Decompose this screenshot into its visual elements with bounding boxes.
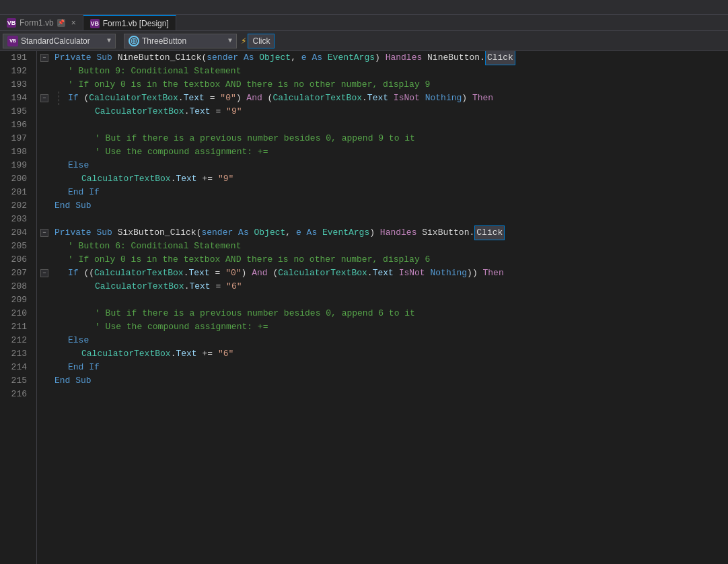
collapse-208	[37, 280, 52, 293]
method-dropdown[interactable]: ThreeButton ▼	[124, 34, 237, 48]
tab-label-design: Form1.vb [Design]	[103, 19, 169, 28]
code-text-200: CalculatorTextBox.Text += "9"	[52, 172, 233, 186]
code-line-193: ' If only 0 is in the textbox AND there …	[37, 78, 728, 92]
class-dropdown[interactable]: VB StandardCalculator ▼	[3, 34, 116, 48]
collapse-193	[37, 78, 52, 92]
code-text-216	[52, 388, 60, 401]
collapse-206	[37, 253, 52, 267]
line-194: 194	[0, 92, 31, 105]
code-area: 191 192 193 194 195 196 197 198 199 200 …	[0, 51, 728, 564]
code-text-211: ' Use the compound assignment: +=	[52, 320, 268, 334]
line-199: 199	[0, 159, 31, 172]
code-text-203	[52, 213, 60, 226]
line-206: 206	[0, 253, 31, 267]
code-content: − Private Sub NineButton_Click(sender As…	[37, 51, 728, 564]
code-text-196	[52, 118, 60, 132]
tab-form1-vb[interactable]: VB Form1.vb 📌 ×	[0, 15, 83, 30]
line-215: 215	[0, 374, 31, 388]
code-text-197: ' But if there is a previous number besi…	[52, 132, 415, 145]
code-line-215: End Sub	[37, 374, 728, 388]
line-209: 209	[0, 293, 31, 307]
code-line-205: ' Button 6: Conditional Statement	[37, 240, 728, 253]
line-212: 212	[0, 334, 31, 347]
code-line-213: CalculatorTextBox.Text += "6"	[37, 347, 728, 361]
collapse-195	[37, 105, 52, 118]
collapse-204[interactable]: −	[37, 226, 52, 240]
collapse-216	[37, 388, 52, 401]
class-dropdown-text: StandardCalculator	[21, 36, 102, 46]
code-line-200: CalculatorTextBox.Text += "9"	[37, 172, 728, 186]
tab-close-form1[interactable]: ×	[71, 18, 76, 28]
line-202: 202	[0, 199, 31, 213]
code-line-195: CalculatorTextBox.Text = "9"	[37, 105, 728, 118]
line-numbers: 191 192 193 194 195 196 197 198 199 200 …	[0, 51, 37, 564]
code-line-214: End If	[37, 361, 728, 374]
tab-label-form1: Form1.vb	[20, 18, 54, 28]
code-line-199: Else	[37, 159, 728, 172]
collapse-197	[37, 132, 52, 145]
code-text-205: ' Button 6: Conditional Statement	[52, 240, 241, 253]
collapse-215	[37, 374, 52, 388]
tab-vb-icon-design: VB	[90, 19, 100, 28]
code-line-198: ' Use the compound assignment: +=	[37, 145, 728, 159]
code-text-202: End Sub	[52, 199, 92, 213]
tab-vb-icon: VB	[7, 18, 16, 28]
collapse-btn-191: −	[40, 54, 48, 62]
line-210: 210	[0, 307, 31, 320]
code-text-204: Private Sub SixButton_Click(sender As Ob…	[52, 226, 505, 240]
code-text-210: ' But if there is a previous number besi…	[52, 307, 415, 320]
code-line-209	[37, 293, 728, 307]
collapse-202	[37, 199, 52, 213]
collapse-205	[37, 240, 52, 253]
code-line-208: CalculatorTextBox.Text = "6"	[37, 280, 728, 293]
tab-bar: VB Form1.vb 📌 × VB Form1.vb [Design]	[0, 15, 728, 31]
code-text-201: End If	[52, 186, 100, 199]
line-213: 213	[0, 347, 31, 361]
collapse-200	[37, 172, 52, 186]
lightning-icon: ⚡	[241, 35, 246, 46]
line-195: 195	[0, 105, 31, 118]
tab-pin-icon: 📌	[57, 19, 65, 27]
line-200: 200	[0, 172, 31, 186]
collapse-194[interactable]: −	[37, 92, 52, 105]
tab-form1-design[interactable]: VB Form1.vb [Design]	[83, 15, 176, 30]
code-line-210: ' But if there is a previous number besi…	[37, 307, 728, 320]
line-196: 196	[0, 118, 31, 132]
code-line-211: ' Use the compound assignment: +=	[37, 320, 728, 334]
line-214: 214	[0, 361, 31, 374]
method-dropdown-arrow: ▼	[228, 37, 232, 44]
title-bar	[0, 0, 728, 15]
collapse-214	[37, 361, 52, 374]
collapse-btn-194: −	[40, 94, 48, 102]
code-text-213: CalculatorTextBox.Text += "6"	[52, 347, 233, 361]
code-line-203	[37, 213, 728, 226]
code-text-193: ' If only 0 is in the textbox AND there …	[52, 78, 430, 92]
collapse-207[interactable]: −	[37, 267, 52, 280]
line-201: 201	[0, 186, 31, 199]
code-line-197: ' But if there is a previous number besi…	[37, 132, 728, 145]
line-207: 207	[0, 267, 31, 280]
line-197: 197	[0, 132, 31, 145]
code-text-194: If (CalculatorTextBox.Text = "0") And (C…	[52, 92, 493, 105]
line-211: 211	[0, 320, 31, 334]
collapse-192	[37, 65, 52, 78]
code-text-198: ' Use the compound assignment: +=	[52, 145, 268, 159]
code-text-199: Else	[52, 159, 89, 172]
line-208: 208	[0, 280, 31, 293]
line-198: 198	[0, 145, 31, 159]
method-dropdown-text: ThreeButton	[142, 36, 223, 46]
code-text-214: End If	[52, 361, 100, 374]
click-highlight: Click	[248, 34, 275, 48]
code-text-195: CalculatorTextBox.Text = "9"	[52, 105, 242, 118]
collapse-191[interactable]: −	[37, 51, 52, 65]
code-line-191: − Private Sub NineButton_Click(sender As…	[37, 51, 728, 65]
toolbar: VB StandardCalculator ▼ ThreeButton ▼ ⚡ …	[0, 31, 728, 51]
code-line-206: ' If only 0 is in the textbox AND there …	[37, 253, 728, 267]
code-line-202: End Sub	[37, 199, 728, 213]
vb-icon: VB	[7, 36, 18, 46]
collapse-201	[37, 186, 52, 199]
code-line-192: ' Button 9: Conditional Statement	[37, 65, 728, 78]
collapse-213	[37, 347, 52, 361]
line-216: 216	[0, 388, 31, 401]
code-line-194: − If (CalculatorTextBox.Text = "0") And …	[37, 92, 728, 105]
